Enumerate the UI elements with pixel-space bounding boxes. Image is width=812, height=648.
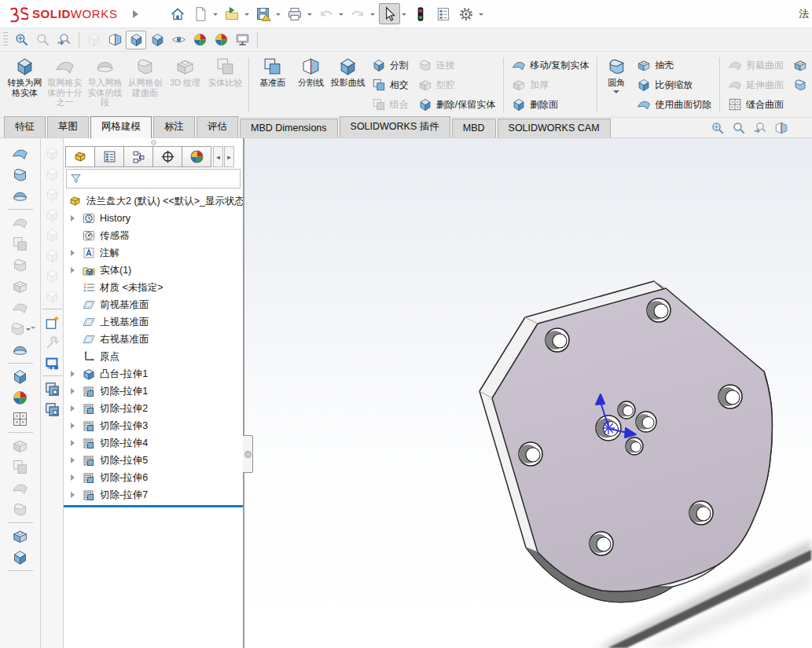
settings-gear-icon[interactable] bbox=[456, 3, 477, 24]
ruled-surface-button[interactable] bbox=[791, 77, 810, 93]
extend-surface-icon[interactable] bbox=[7, 499, 34, 520]
section-view-icon[interactable] bbox=[774, 121, 788, 135]
redo-icon[interactable] bbox=[347, 3, 369, 24]
surface-freeform-icon[interactable] bbox=[7, 339, 34, 361]
dropdown-caret-icon[interactable] bbox=[337, 3, 346, 24]
display-style-icon[interactable] bbox=[147, 31, 167, 49]
delete-keep-body-button[interactable]: 删除/保留实体 bbox=[416, 97, 498, 112]
reference-plane-button[interactable]: 基准面 bbox=[252, 54, 293, 115]
separator[interactable] bbox=[42, 373, 62, 379]
tree-item[interactable]: 实体(1) bbox=[64, 262, 243, 279]
thicken-button[interactable]: 加厚 bbox=[509, 77, 591, 93]
tree-item[interactable]: 切除-拉伸7 bbox=[64, 486, 243, 503]
command-tab[interactable]: MBD bbox=[452, 119, 496, 137]
edit-feature-icon[interactable] bbox=[42, 332, 62, 353]
apply-scene-icon[interactable] bbox=[211, 31, 231, 49]
separator[interactable] bbox=[7, 568, 34, 573]
surface-offset-icon[interactable] bbox=[7, 254, 34, 276]
dropdown-caret-icon[interactable] bbox=[243, 3, 252, 24]
tree-filter[interactable] bbox=[66, 169, 241, 189]
section-view-icon[interactable] bbox=[105, 31, 125, 49]
separator[interactable] bbox=[7, 207, 34, 212]
tab-scroll-right[interactable]: ▸ bbox=[224, 146, 234, 167]
draft-quality-icon[interactable] bbox=[83, 31, 104, 49]
command-tab[interactable]: SOLIDWORKS 插件 bbox=[340, 116, 450, 137]
graphics-viewport[interactable] bbox=[244, 138, 812, 648]
expand-arrow-icon[interactable] bbox=[71, 267, 78, 273]
expand-arrow-icon[interactable] bbox=[71, 474, 78, 481]
select-cursor-icon[interactable] bbox=[379, 3, 400, 24]
shell-button[interactable]: 抽壳 bbox=[634, 57, 714, 73]
move-copy-body-button[interactable]: 移动/复制实体 bbox=[509, 57, 591, 73]
dropdown-caret-icon[interactable] bbox=[477, 3, 486, 24]
separator[interactable] bbox=[7, 361, 34, 366]
edit-appearance-icon[interactable] bbox=[189, 31, 210, 49]
command-tab[interactable]: SOLIDWORKS CAM bbox=[498, 119, 611, 137]
tree-item[interactable]: 切除-拉伸3 bbox=[64, 417, 243, 434]
compare-bodies-button[interactable]: 实体比较 bbox=[205, 54, 245, 115]
surface-sweep-icon[interactable] bbox=[7, 143, 34, 164]
trim-surface-button[interactable]: 剪裁曲面 bbox=[726, 57, 786, 73]
home-icon[interactable] bbox=[167, 3, 189, 24]
surface-from-mesh-button[interactable]: 从网格创建曲面 bbox=[125, 54, 165, 115]
tree-item[interactable]: 注解 bbox=[64, 244, 243, 262]
surface-ruled-icon[interactable] bbox=[7, 297, 34, 318]
surface-planar-icon[interactable] bbox=[7, 164, 34, 185]
replace-face-icon[interactable] bbox=[7, 435, 34, 456]
scale-button[interactable]: 比例缩放 bbox=[634, 77, 714, 93]
3d-texture-button[interactable]: 3D 纹理 bbox=[165, 54, 205, 115]
open-icon[interactable] bbox=[222, 3, 243, 24]
tree-item[interactable]: 切除-拉伸2 bbox=[64, 400, 243, 417]
separator[interactable] bbox=[7, 520, 34, 525]
dropdown-caret-icon[interactable] bbox=[400, 3, 409, 24]
expand-arrow-icon[interactable] bbox=[71, 457, 78, 463]
dropdown-caret-icon[interactable] bbox=[274, 3, 283, 24]
tree-item[interactable]: 原点 bbox=[64, 348, 243, 365]
boundary-surface-icon[interactable] bbox=[7, 366, 34, 387]
filled-surface-icon[interactable] bbox=[7, 387, 34, 408]
tree-item[interactable]: 切除-拉伸1 bbox=[64, 383, 243, 400]
rollback-bar[interactable] bbox=[64, 505, 243, 507]
separator[interactable] bbox=[42, 306, 62, 312]
body-op-icon[interactable] bbox=[42, 265, 62, 286]
cut-with-surface-icon[interactable] bbox=[7, 547, 34, 568]
command-tab[interactable]: 网格建模 bbox=[90, 116, 152, 138]
surface-trim-icon[interactable] bbox=[7, 212, 34, 233]
delete-face-icon[interactable] bbox=[7, 456, 34, 478]
toolbar-grip[interactable] bbox=[3, 32, 8, 48]
tree-item[interactable]: 前视基准面 bbox=[64, 296, 243, 313]
expand-arrow-icon[interactable] bbox=[71, 492, 78, 498]
body-op-icon[interactable] bbox=[42, 184, 62, 204]
grid-surface-icon[interactable] bbox=[7, 408, 34, 430]
hide-show-items-icon[interactable] bbox=[168, 31, 189, 49]
expand-arrow-icon[interactable] bbox=[71, 405, 78, 412]
tree-filter-input[interactable] bbox=[85, 170, 237, 188]
command-tab[interactable]: 评估 bbox=[197, 116, 238, 137]
command-tab[interactable]: 草图 bbox=[47, 116, 89, 137]
panel-splitter-handle[interactable] bbox=[243, 435, 253, 473]
combine-button[interactable]: 组合 bbox=[369, 97, 411, 112]
expand-arrow-icon[interactable] bbox=[71, 440, 78, 446]
knit-surface-button[interactable]: 缝合曲面 bbox=[726, 97, 786, 112]
previous-view-icon[interactable] bbox=[753, 121, 767, 135]
tree-item[interactable]: 材质 <未指定> bbox=[64, 279, 243, 296]
offset-surface-button[interactable] bbox=[791, 57, 810, 73]
tree-item[interactable]: 切除-拉伸6 bbox=[64, 469, 243, 486]
thicken-surface-icon[interactable] bbox=[7, 525, 34, 547]
expand-arrow-icon[interactable] bbox=[71, 423, 78, 429]
delete-face-button[interactable]: 删除面 bbox=[509, 97, 591, 112]
cavity-button[interactable]: 型腔 bbox=[416, 77, 498, 93]
print-icon[interactable] bbox=[285, 3, 306, 24]
body-op-icon[interactable] bbox=[42, 286, 62, 306]
menu-expander-icon[interactable] bbox=[133, 10, 142, 18]
project-curve-button[interactable]: 投影曲线 bbox=[329, 54, 367, 115]
tree-item[interactable]: 凸台-拉伸1 bbox=[64, 365, 243, 383]
fillet-button[interactable]: 圆角 bbox=[601, 54, 632, 115]
body-op-icon[interactable] bbox=[42, 143, 62, 163]
surface-revolve-icon[interactable] bbox=[7, 185, 34, 207]
dropdown-caret-icon[interactable] bbox=[211, 3, 220, 24]
tab-scroll-left[interactable]: ◂ bbox=[213, 146, 223, 167]
zoom-fit-icon[interactable] bbox=[11, 31, 31, 49]
body-op-icon[interactable] bbox=[42, 245, 62, 265]
configuration-manager-tab[interactable] bbox=[123, 146, 153, 167]
